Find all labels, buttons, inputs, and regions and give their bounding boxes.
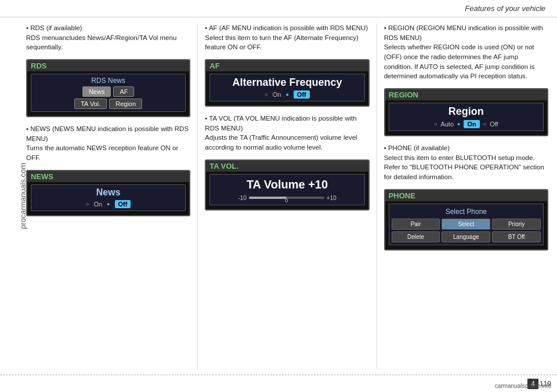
region-on-label[interactable]: On [464,120,479,128]
region-auto-radio[interactable]: ○ [434,121,437,127]
rds-inner-title: RDS News [32,77,184,85]
rds-btn-row-1: News AF [32,86,184,97]
page-footer: 4 119 carmanualsonline.info [0,375,557,392]
tavol-min-label: -10 [238,195,246,201]
rds-af-btn[interactable]: AF [113,86,134,97]
rds-btn-row-2: TA Vol. Region [32,99,184,109]
phone-btn-grid: Pair Select Prioriy Delete Language BT O… [392,219,541,242]
header-title: Features of your vehicle [465,4,545,13]
region-off-label: Off [490,121,498,128]
af-big-text: Alternative Frequency [212,77,361,89]
column-3: • REGION (REGION MENU indication is poss… [384,23,548,369]
page-header: Features of your vehicle [0,0,557,17]
tavol-body: TA Volume +10 -10 0 +10 [206,172,368,209]
tavol-slider-row: -10 0 +10 [212,195,361,201]
tavol-header: TA VOL. [206,161,368,172]
news-paragraph: • NEWS (NEWS MENU indication is possible… [26,124,190,163]
news-off-radio[interactable]: ● [107,201,110,207]
af-off-radio[interactable]: ● [285,92,288,97]
tavol-mid-label: 0 [285,198,288,204]
rds-display: RDS RDS News News AF TA Vol. Region [26,59,190,117]
rds-body: RDS News News AF TA Vol. Region [27,71,189,116]
region-display: REGION Region ○ Auto ● On ○ Off [384,88,548,136]
region-big-text: Region [392,106,541,118]
tavol-big-text: TA Volume +10 [212,178,361,191]
region-inner-display: Region ○ Auto ● On ○ Off [389,103,544,131]
phone-delete-btn[interactable]: Delete [392,231,440,242]
phone-select-btn[interactable]: Select [442,219,490,230]
phone-pair-btn[interactable]: Pair [392,219,440,230]
tavol-paragraph: • TA VOL (TA VOL MENU indication is poss… [205,114,369,153]
af-body: Alternative Frequency ○ On ● Off [206,71,368,106]
rds-inner-display: RDS News News AF TA Vol. Region [31,74,186,112]
region-header: REGION [385,89,547,100]
news-on-radio[interactable]: ○ [86,201,89,207]
phone-paragraph: • PHONE (if available) Select this item … [384,143,548,182]
region-body: Region ○ Auto ● On ○ Off [385,100,547,135]
af-radio-row: ○ On ● Off [212,90,361,99]
col-divider-2 [377,23,377,369]
column-1: • RDS (if available) RDS menuancludes Ne… [26,23,190,369]
rds-region-btn[interactable]: Region [109,99,142,109]
region-paragraph: • REGION (REGION MENU indication is poss… [384,23,548,81]
phone-inner-display: Select Phone Pair Select Prioriy Delete … [389,204,544,245]
af-on-label: On [273,91,281,98]
phone-btoff-btn[interactable]: BT Off [492,231,541,242]
af-paragraph: • AF (AF MENU indication is possible wit… [205,23,369,52]
rds-news-btn[interactable]: News [82,86,111,97]
phone-display: PHONE Select Phone Pair Select Prioriy D… [384,189,548,251]
news-radio-row: ○ On ● Off [32,200,184,208]
phone-header: PHONE [385,190,547,201]
footer-brand: carmanualsonline.info [495,383,551,389]
phone-priority-btn[interactable]: Prioriy [492,219,541,230]
region-radio-row: ○ Auto ● On ○ Off [392,120,541,128]
phone-language-btn[interactable]: Language [442,231,490,242]
rds-header: RDS [27,60,189,71]
region-on-radio[interactable]: ● [457,121,460,127]
tavol-inner-display: TA Volume +10 -10 0 +10 [209,174,364,205]
news-header: NEWS [27,171,189,182]
rds-paragraph: • RDS (if available) RDS menuancludes Ne… [26,23,190,52]
region-auto-label: Auto [440,121,454,128]
col-divider-1 [197,23,198,369]
af-header: AF [206,60,368,71]
tavol-slider-fill [249,197,287,199]
phone-body: Select Phone Pair Select Prioriy Delete … [385,201,547,249]
news-display: NEWS News ○ On ● Off [26,170,190,216]
phone-select-row: Select Phone [392,206,541,217]
rds-tavol-btn[interactable]: TA Vol. [74,99,107,109]
news-off-label[interactable]: Off [115,200,131,208]
column-2: • AF (AF MENU indication is possible wit… [205,23,369,369]
tavol-slider-track[interactable]: 0 [249,197,324,199]
news-inner-title: News [32,187,184,198]
af-inner-display: Alternative Frequency ○ On ● Off [209,74,364,101]
region-off-radio[interactable]: ○ [483,121,486,127]
af-off-label[interactable]: Off [294,90,310,99]
main-content: • RDS (if available) RDS menuancludes Ne… [23,17,551,375]
tavol-display: TA VOL. TA Volume +10 -10 0 +10 [205,159,369,210]
news-inner-display: News ○ On ● Off [31,184,186,211]
af-on-radio[interactable]: ○ [265,92,267,97]
news-on-label: On [93,201,102,208]
af-display: AF Alternative Frequency ○ On ● Off [205,59,369,107]
news-body: News ○ On ● Off [27,182,189,215]
tavol-max-label: +10 [327,195,337,201]
